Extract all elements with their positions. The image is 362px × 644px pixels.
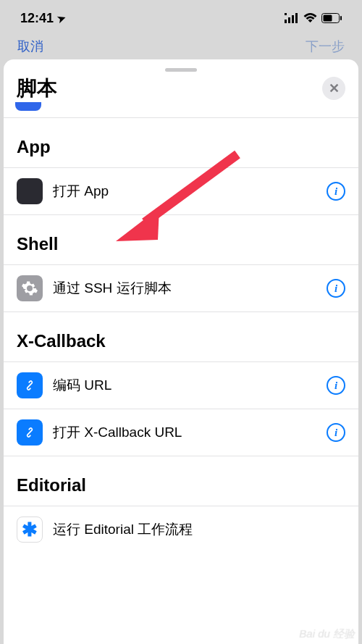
info-button[interactable]: i <box>327 376 345 395</box>
svg-rect-1 <box>288 17 290 23</box>
section-header-xcallback: X-Callback <box>4 312 358 362</box>
status-bar: 12:41 ➤ <box>0 0 362 36</box>
action-editorial-workflow[interactable]: ✱ 运行 Editorial 工作流程 <box>4 506 358 553</box>
gear-icon <box>17 275 43 301</box>
cancel-button[interactable]: 取消 <box>17 38 43 55</box>
action-open-app[interactable]: 打开 App i <box>4 168 358 215</box>
info-icon: i <box>334 380 337 392</box>
info-button[interactable]: i <box>327 182 345 201</box>
battery-icon <box>321 13 342 23</box>
close-button[interactable]: ✕ <box>322 77 345 100</box>
svg-rect-2 <box>292 15 294 23</box>
status-time: 12:41 <box>20 11 54 26</box>
info-icon: i <box>334 283 337 295</box>
action-label: 打开 App <box>53 182 316 201</box>
section-header-editorial: Editorial <box>4 456 358 506</box>
info-button[interactable]: i <box>327 279 345 298</box>
cellular-icon <box>285 13 299 23</box>
svg-rect-4 <box>285 13 287 15</box>
info-icon: i <box>334 185 337 198</box>
info-button[interactable]: i <box>327 423 345 442</box>
svg-rect-6 <box>324 15 332 22</box>
close-icon: ✕ <box>329 80 340 96</box>
app-grid-icon <box>17 178 43 204</box>
info-icon: i <box>334 427 337 439</box>
action-label: 编码 URL <box>53 376 316 395</box>
action-label: 打开 X-Callback URL <box>53 423 316 442</box>
action-open-xcallback[interactable]: 打开 X-Callback URL i <box>4 409 358 456</box>
link-icon <box>17 419 43 446</box>
action-label: 通过 SSH 运行脚本 <box>53 279 316 298</box>
location-icon: ➤ <box>56 11 68 25</box>
svg-rect-3 <box>295 13 298 23</box>
action-encode-url[interactable]: 编码 URL i <box>4 362 358 409</box>
svg-rect-7 <box>340 16 342 20</box>
link-icon <box>17 372 43 398</box>
wifi-icon <box>303 13 317 23</box>
status-icons <box>285 13 342 23</box>
section-header-shell: Shell <box>4 215 358 265</box>
partial-icon <box>15 102 41 111</box>
action-label: 运行 Editorial 工作流程 <box>53 520 345 539</box>
asterisk-icon: ✱ <box>17 517 43 543</box>
action-sheet: 脚本 ✕ App 打开 App i Shell 通过 SSH 运行脚本 i X-… <box>4 59 358 644</box>
partial-previous-row <box>4 106 358 118</box>
watermark: Bai du 经验 <box>299 627 355 641</box>
section-header-app: App <box>4 118 358 168</box>
next-button[interactable]: 下一步 <box>306 38 345 55</box>
svg-rect-0 <box>285 20 287 23</box>
sheet-title: 脚本 <box>17 75 57 102</box>
background-nav: 取消 下一步 <box>0 36 362 57</box>
action-ssh-script[interactable]: 通过 SSH 运行脚本 i <box>4 265 358 312</box>
